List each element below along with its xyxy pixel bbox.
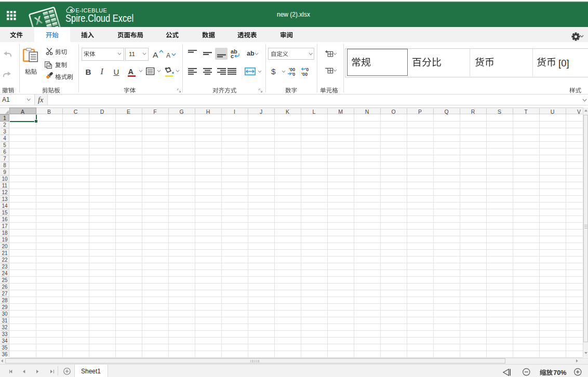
svg-text:X: X [33, 14, 43, 27]
svg-text:′00: ′00 [301, 72, 308, 77]
svg-text:′0: ′0 [291, 72, 295, 77]
svg-text:c: c [231, 53, 234, 59]
svg-text:′00: ′00 [289, 67, 295, 72]
